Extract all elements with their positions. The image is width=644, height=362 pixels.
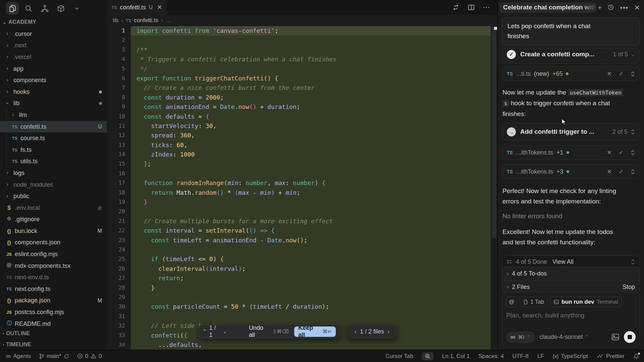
reject-icon[interactable]: ✕	[607, 149, 612, 156]
cursor-tab-status[interactable]: Cursor Tab	[385, 353, 413, 360]
undo-all-button[interactable]: Undo all	[249, 324, 270, 339]
tree-item-public[interactable]: ›public	[0, 190, 107, 202]
scrollbar-thumb[interactable]	[492, 27, 496, 238]
file-change-chip[interactable]: TS ...ithTokens.ts +1 ✕ ✓	[502, 145, 640, 160]
tree-item-next-env-d-ts[interactable]: TSnext-env.d.ts	[0, 272, 107, 283]
chevron-right-icon[interactable]: ›	[387, 328, 389, 335]
tab-context-chip[interactable]: 1 Tab	[520, 297, 547, 307]
tree-item-llm[interactable]: ›llm	[0, 109, 107, 121]
breadcrumb-more[interactable]: …	[166, 17, 171, 24]
breadcrumb[interactable]: lib › TS confetti.ts › …	[107, 15, 497, 26]
history-icon[interactable]	[607, 4, 614, 11]
mention-button[interactable]: @	[506, 297, 517, 307]
tree-item-package-json[interactable]: {}package.jsonM	[0, 295, 107, 307]
sidebar-section-timeline[interactable]: › TIMELINE	[0, 339, 107, 350]
more-icon[interactable]: •••	[620, 4, 628, 11]
chevron-down-icon[interactable]	[70, 2, 83, 15]
notifications-bell-icon[interactable]	[633, 353, 639, 359]
chat-input-box[interactable]: @ 1 Tab bun run dev Terminal Plan, searc…	[502, 292, 640, 347]
tree-item--env-local[interactable]: $.env.local⊘	[0, 202, 107, 214]
expand-icon[interactable]	[631, 169, 635, 175]
files-row[interactable]: › 2 Files Stop	[502, 280, 640, 293]
chevron-up-icon[interactable]: ⌃	[200, 328, 209, 335]
tree-item--vercel[interactable]: ›.vercel	[0, 51, 107, 63]
split-editor-icon[interactable]	[468, 4, 475, 11]
reject-icon[interactable]: ✕	[607, 70, 612, 77]
zoom-status[interactable]	[422, 352, 433, 360]
tree-item--gitignore[interactable]: .gitignore	[0, 214, 107, 226]
sidebar-section-outline[interactable]: › OUTLINE	[0, 328, 107, 339]
todo-progress-card[interactable]: ✓ Create a confetti comp... 1 of 5 ⌄	[502, 48, 640, 64]
tree-item-next-config-ts[interactable]: TSnext.config.ts	[0, 283, 107, 295]
tree-item-logs[interactable]: ›logs	[0, 167, 107, 179]
indentation-status[interactable]: Spaces: 4	[478, 353, 504, 360]
view-all-link[interactable]: View All	[552, 258, 574, 265]
extensions-icon[interactable]	[54, 2, 67, 15]
chevron-down-icon[interactable]: ⌄	[631, 52, 635, 57]
tree-item-fs-ts[interactable]: TSfs.ts	[0, 144, 107, 156]
todo-progress-card[interactable]: → Add confetti trigger to ... 2 of 5	[502, 123, 640, 140]
project-header[interactable]: ⌄ ACADEMY	[0, 17, 107, 27]
tree-item-confetti-ts[interactable]: TSconfetti.tsU	[0, 121, 107, 133]
tree-item-postcss-config-mjs[interactable]: JSpostcss.config.mjs	[0, 306, 107, 318]
language-status[interactable]: {x} TypeScript	[553, 353, 588, 360]
eol-status[interactable]: LF	[537, 353, 544, 360]
terminal-context-chip[interactable]: bun run dev Terminal	[550, 297, 622, 307]
expand-icon[interactable]	[631, 259, 635, 265]
tree-item-bun-lock[interactable]: {}bun.lockM	[0, 225, 107, 237]
reject-icon[interactable]: ✕	[607, 168, 612, 175]
close-icon[interactable]: ✕	[634, 4, 640, 11]
accept-icon[interactable]: ✓	[619, 168, 624, 175]
accept-icon[interactable]: ✓	[619, 149, 624, 156]
tree-item-node-modules[interactable]: ›node_modules	[0, 179, 107, 191]
tab-confetti-ts[interactable]: TS confetti.ts U ✕	[107, 0, 167, 15]
image-attach-icon[interactable]	[611, 334, 619, 341]
checklist-icon	[507, 259, 513, 265]
agent-mode-pill[interactable]: ∞ ⌘I ⌃	[506, 331, 535, 343]
tree-item--cursor[interactable]: ›.cursor	[0, 28, 107, 40]
expand-icon[interactable]	[631, 150, 635, 156]
model-selector[interactable]: claude-4-sonnet ⌃	[540, 334, 589, 341]
tree-item-lib[interactable]: ›lib	[0, 98, 107, 110]
files-icon[interactable]	[6, 2, 19, 15]
indent-guide	[6, 109, 7, 121]
source-control-icon[interactable]	[38, 2, 51, 15]
chevron-left-icon[interactable]: ‹	[355, 328, 357, 335]
tree-item-eslint-config-mjs[interactable]: JSeslint.config.mjs	[0, 248, 107, 260]
code-editor[interactable]: 1import confetti from 'canvas-confetti';…	[107, 26, 497, 350]
close-icon[interactable]: ✕	[157, 4, 162, 11]
add-chat-icon[interactable]: +	[598, 4, 602, 11]
keep-all-button[interactable]: Keep all ⌘↵	[294, 326, 336, 337]
inline-code: useChatWithToken	[568, 89, 623, 96]
breadcrumb-file[interactable]: confetti.ts	[134, 17, 158, 24]
expand-icon[interactable]	[631, 71, 635, 77]
tree-item-hooks[interactable]: ›hooks	[0, 86, 107, 98]
chevron-down-icon[interactable]: ⌄	[220, 328, 229, 335]
tree-item-components-json[interactable]: {}components.json	[0, 237, 107, 249]
expand-icon[interactable]	[631, 129, 635, 135]
stop-generation-button[interactable]	[624, 331, 636, 343]
stop-button[interactable]: Stop	[623, 284, 635, 291]
breadcrumb-folder[interactable]: lib	[113, 17, 118, 24]
chat-input-placeholder[interactable]: Plan, search, build anything	[506, 312, 636, 319]
tree-item-components[interactable]: ›components	[0, 74, 107, 86]
editor-scrollbar[interactable]	[491, 26, 497, 350]
tree-item-course-ts[interactable]: TScourse.ts	[0, 132, 107, 144]
tree-item-app[interactable]: ›app	[0, 63, 107, 75]
problems-status[interactable]: 0 0	[77, 353, 102, 360]
cursor-position-status[interactable]: Ln 1, Col 1	[442, 353, 470, 360]
diff-compare-icon[interactable]	[452, 4, 460, 11]
agents-status[interactable]: ∞ Agents	[6, 352, 31, 360]
tree-item-mdx-components-tsx[interactable]: mdx-components.tsx	[0, 260, 107, 272]
chat-tab[interactable]: Celebrate chat completion with	[500, 2, 596, 13]
accept-icon[interactable]: ✓	[619, 70, 624, 77]
encoding-status[interactable]: UTF-8	[513, 353, 529, 360]
file-change-chip[interactable]: TS ...ithTokens.ts +3 ✕ ✓	[502, 164, 640, 179]
tree-item-utils-ts[interactable]: TSutils.ts	[0, 156, 107, 168]
search-icon[interactable]	[22, 2, 35, 15]
formatter-status[interactable]: ✓✓ Prettier	[597, 353, 625, 360]
todos-row[interactable]: › 4 of 5 To-dos	[502, 267, 640, 280]
git-branch-status[interactable]: main*	[39, 353, 69, 360]
file-change-chip[interactable]: TS ...ti.ts (new) +65 ✕ ✓	[502, 66, 640, 81]
tree-item--next[interactable]: ›.next	[0, 40, 107, 52]
